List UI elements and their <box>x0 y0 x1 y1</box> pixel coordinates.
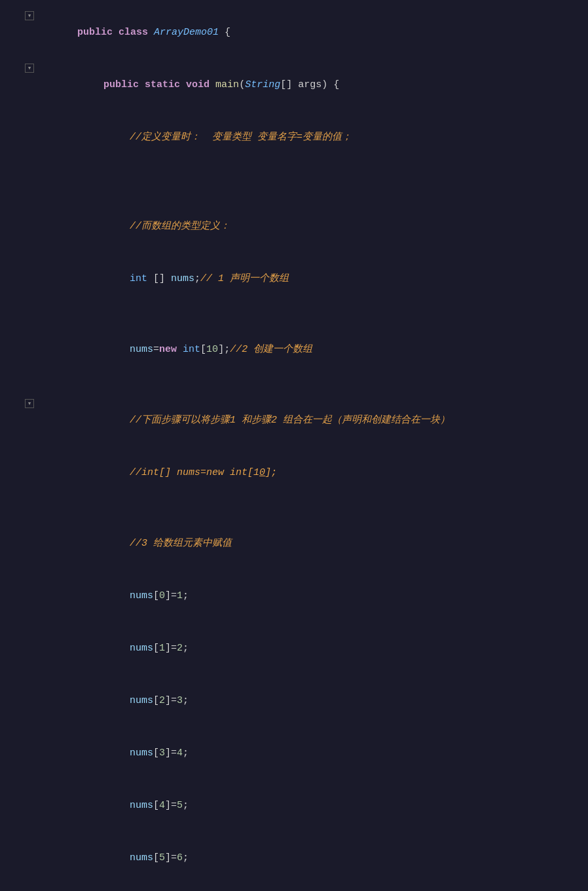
code-line-empty-2 <box>0 182 588 200</box>
code-line-1: ▾ public class ArrayDemo01 { <box>0 7 588 59</box>
line-gutter-1: ▾ <box>0 11 39 20</box>
code-line-7: int [] nums;// 1 声明一个数组 <box>0 253 588 305</box>
line-content-3: //定义变量时： 变量类型 变量名字=变量的值； <box>39 112 588 163</box>
line-content-1: public class ArrayDemo01 { <box>39 7 588 58</box>
code-line-20: nums[5]=6; <box>0 832 588 884</box>
code-line-19: nums[4]=5; <box>0 780 588 832</box>
code-line-empty-1 <box>0 164 588 182</box>
code-line-12: //int[] nums=new int[10]; <box>0 447 588 499</box>
code-line-17: nums[2]=3; <box>0 675 588 727</box>
code-line-14: //3 给数组元素中赋值 <box>0 518 588 570</box>
code-line-18: nums[3]=4; <box>0 727 588 780</box>
code-line-21: nums[6]=7; <box>0 884 588 891</box>
classname-arraydemo: ArrayDemo01 <box>154 27 219 38</box>
kw-class: class <box>119 27 148 38</box>
code-line-empty-3 <box>0 305 588 324</box>
code-line-11: ▾ //下面步骤可以将步骤1 和步骤2 组合在一起（声明和创建结合在一块） <box>0 394 588 447</box>
code-line-9: nums=new int[10];//2 创建一个数组 <box>0 324 588 376</box>
code-line-6: //而数组的类型定义： <box>0 200 588 253</box>
line-content-2: public static void main(String[] args) { <box>39 60 588 111</box>
code-line-15: nums[0]=1; <box>0 570 588 622</box>
code-line-empty-4 <box>0 376 588 394</box>
code-line-3: //定义变量时： 变量类型 变量名字=变量的值； <box>0 111 588 164</box>
fold-icon-1[interactable]: ▾ <box>25 11 34 20</box>
code-line-empty-5 <box>0 499 588 518</box>
fold-icon-11[interactable]: ▾ <box>25 399 34 408</box>
code-editor: ▾ public class ArrayDemo01 { ▾ public st… <box>0 0 588 891</box>
code-line-16: nums[1]=2; <box>0 622 588 675</box>
kw-public: public <box>77 27 113 38</box>
fold-icon-2[interactable]: ▾ <box>25 64 34 73</box>
code-line-2: ▾ public static void main(String[] args)… <box>0 59 588 111</box>
line-gutter-2: ▾ <box>0 64 39 73</box>
